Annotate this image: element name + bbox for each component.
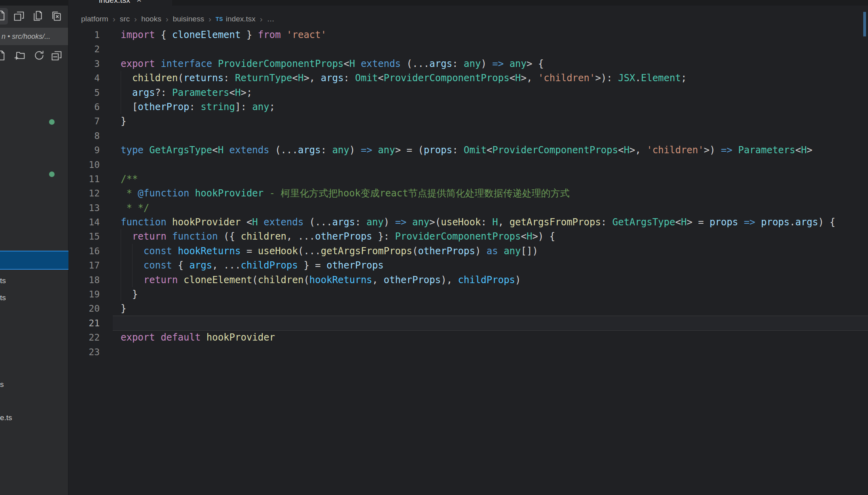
- code-line-15[interactable]: 15 return function ({ children, ...other…: [68, 229, 868, 244]
- code-line-7[interactable]: 7}: [68, 114, 868, 128]
- line-number: 12: [68, 186, 100, 200]
- line-number: 7: [68, 114, 100, 128]
- code-text: [otherProp: string]: any;: [121, 100, 275, 114]
- line-number: 4: [68, 71, 100, 85]
- code-text: const { args, ...childProps } = otherPro…: [121, 258, 384, 272]
- code-line-17[interactable]: 17 const { args, ...childProps } = other…: [68, 258, 868, 272]
- code-text: return cloneElement(children(hookReturns…: [121, 273, 521, 287]
- explorer-selected-file-row[interactable]: [0, 251, 70, 270]
- code-line-20[interactable]: 20}: [68, 301, 868, 316]
- code-text: type GetArgsType<H extends (...args: any…: [121, 143, 813, 157]
- breadcrumb-item-src[interactable]: src: [120, 15, 130, 23]
- explorer-file-label[interactable]: e.ts: [0, 412, 12, 424]
- code-text: /**: [121, 172, 138, 186]
- code-line-3[interactable]: 3export interface ProviderComponentProps…: [68, 57, 868, 71]
- save-all-icon[interactable]: [32, 10, 44, 21]
- refresh-explorer-icon[interactable]: [34, 50, 45, 61]
- new-folder-icon[interactable]: [14, 50, 25, 61]
- line-number: 9: [68, 143, 100, 157]
- code-text: return function ({ children, ...otherPro…: [121, 229, 555, 244]
- code-line-21[interactable]: 21: [68, 316, 868, 330]
- new-file-icon[interactable]: [0, 50, 6, 61]
- code-text: * @function hookProvider - 柯里化方式把hook变成r…: [121, 186, 570, 200]
- code-line-4[interactable]: 4 children(returns: ReturnType<H>, args:…: [68, 71, 868, 85]
- code-text: children(returns: ReturnType<H>, args: O…: [121, 71, 687, 85]
- code-line-9[interactable]: 9type GetArgsType<H extends (...args: an…: [68, 143, 868, 157]
- code-line-12[interactable]: 12 * @function hookProvider - 柯里化方式把hook…: [68, 186, 868, 200]
- breadcrumb-item-buisiness[interactable]: buisiness: [173, 15, 204, 23]
- code-text: * */: [121, 201, 149, 215]
- tab-close-icon[interactable]: ×: [136, 0, 142, 6]
- code-line-18[interactable]: 18 return cloneElement(children(hookRetu…: [68, 273, 868, 287]
- code-line-1[interactable]: 1import { cloneElement } from 'react': [68, 28, 868, 42]
- code-text: const hookReturns = useHook(...getArgsFr…: [121, 244, 538, 258]
- code-line-2[interactable]: 2: [68, 42, 868, 56]
- explorer-sidebar: n • src/hooks/... ts ts s e.ts: [0, 6, 68, 495]
- scrollbar-overview-mark[interactable]: [863, 12, 866, 36]
- code-line-6[interactable]: 6 [otherProp: string]: any;: [68, 100, 868, 114]
- breadcrumb: platform›src›hooks›buisiness›TSindex.tsx…: [81, 10, 275, 28]
- code-text: }: [121, 114, 126, 128]
- line-number: 21: [68, 316, 100, 330]
- code-text: import { cloneElement } from 'react': [121, 28, 326, 42]
- code-text: export interface ProviderComponentProps<…: [121, 57, 544, 71]
- line-number: 19: [68, 287, 100, 301]
- open-editors-item-label: n • src/hooks/...: [0, 28, 68, 45]
- code-line-22[interactable]: 22export default hookProvider: [68, 330, 868, 345]
- line-number: 6: [68, 100, 100, 114]
- code-lines[interactable]: 1import { cloneElement } from 'react'23e…: [68, 28, 868, 359]
- breadcrumb-item-hooks[interactable]: hooks: [141, 15, 161, 23]
- line-number: 17: [68, 258, 100, 272]
- code-line-16[interactable]: 16 const hookReturns = useHook(...getArg…: [68, 244, 868, 258]
- code-line-11[interactable]: 11/**: [68, 172, 868, 186]
- split-editor-icon[interactable]: [13, 10, 25, 21]
- chevron-right-icon: ›: [208, 14, 211, 24]
- code-text: }: [121, 287, 138, 301]
- code-line-14[interactable]: 14function hookProvider <H extends (...a…: [68, 215, 868, 229]
- line-number: 16: [68, 244, 100, 258]
- code-line-10[interactable]: 10: [68, 158, 868, 172]
- explorer-file-label[interactable]: ts: [0, 292, 6, 304]
- modified-indicator-dot: [49, 171, 55, 177]
- explorer-file-label[interactable]: s: [0, 379, 4, 390]
- line-number: 20: [68, 301, 100, 316]
- breadcrumb-item-…[interactable]: …: [267, 15, 275, 23]
- line-number: 3: [68, 57, 100, 71]
- line-number: 23: [68, 345, 100, 359]
- line-number: 18: [68, 273, 100, 287]
- code-line-5[interactable]: 5 args?: Parameters<H>;: [68, 86, 868, 100]
- line-number: 14: [68, 215, 100, 229]
- line-number: 5: [68, 86, 100, 100]
- code-text: export default hookProvider: [121, 330, 275, 345]
- chevron-right-icon: ›: [113, 14, 116, 24]
- code-text: }: [121, 301, 126, 316]
- typescript-file-icon: TS: [216, 16, 223, 22]
- chevron-right-icon: ›: [260, 14, 263, 24]
- line-number: 22: [68, 330, 100, 345]
- modified-indicator-dot: [49, 119, 55, 125]
- close-all-editors-icon[interactable]: [51, 10, 62, 21]
- code-line-19[interactable]: 19 }: [68, 287, 868, 301]
- code-line-23[interactable]: 23: [68, 345, 868, 359]
- open-editors-item[interactable]: n • src/hooks/...: [0, 28, 68, 45]
- code-text: args?: Parameters<H>;: [121, 86, 252, 100]
- tab-index-tsx[interactable]: index.tsx ×: [68, 0, 172, 6]
- tab-title: index.tsx: [99, 0, 130, 6]
- chevron-right-icon: ›: [166, 14, 169, 24]
- vscode-window: index.tsx × n • src/hooks/...: [0, 0, 868, 495]
- collapse-folders-icon[interactable]: [51, 50, 62, 61]
- line-number: 15: [68, 229, 100, 244]
- chevron-right-icon: ›: [134, 14, 137, 24]
- code-line-13[interactable]: 13 * */: [68, 201, 868, 215]
- line-number: 8: [68, 129, 100, 143]
- code-line-8[interactable]: 8: [68, 129, 868, 143]
- editor-pane[interactable]: platform›src›hooks›buisiness›TSindex.tsx…: [68, 6, 868, 495]
- code-text: function hookProvider <H extends (...arg…: [121, 215, 835, 229]
- line-number: 13: [68, 201, 100, 215]
- breadcrumb-item-index.tsx[interactable]: TSindex.tsx: [216, 15, 256, 23]
- line-number: 1: [68, 28, 100, 42]
- new-file-icon[interactable]: [0, 10, 6, 21]
- breadcrumb-item-platform[interactable]: platform: [81, 15, 108, 23]
- explorer-file-label[interactable]: ts: [0, 275, 6, 287]
- line-number: 11: [68, 172, 100, 186]
